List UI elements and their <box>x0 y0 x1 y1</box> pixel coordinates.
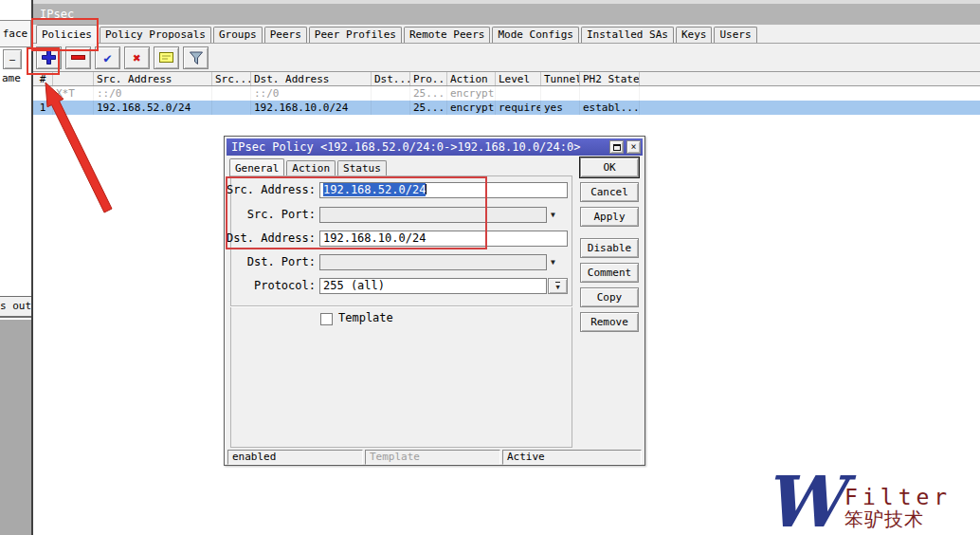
cell-protocol: 25... <box>410 101 447 115</box>
column-header-dst-port[interactable]: Dst... <box>372 72 410 85</box>
protocol-combo-button[interactable]: ▼ <box>548 278 568 294</box>
cell-src-port <box>212 86 251 101</box>
status-enabled: enabled <box>227 450 363 465</box>
comment-policy-button[interactable]: Comment <box>580 263 639 283</box>
enable-button[interactable]: ✔ <box>95 46 120 69</box>
add-button[interactable] <box>36 46 62 69</box>
cancel-button[interactable]: Cancel <box>580 182 639 202</box>
cell-flags: A <box>53 101 94 115</box>
src-address-label: Src. Address: <box>227 182 316 198</box>
cell-level: require <box>496 101 541 115</box>
protocol-label: Protocol: <box>227 278 316 294</box>
dst-address-label: Dst. Address: <box>227 231 316 247</box>
close-button[interactable]: × <box>626 140 641 154</box>
background-column-header: ame <box>0 71 31 85</box>
dialog-tab-status[interactable]: Status <box>337 160 387 176</box>
src-port-dropdown-icon[interactable]: ▼ <box>551 211 555 220</box>
add-icon <box>41 49 57 65</box>
protocol-input[interactable]: 255 (all) <box>319 278 547 294</box>
comment-icon <box>158 50 175 65</box>
src-port-input[interactable] <box>319 207 547 223</box>
column-header-filler <box>640 72 980 85</box>
selected-text: 192.168.52.0/24 <box>323 183 426 196</box>
cell-number: 1 <box>33 101 53 115</box>
text-caret <box>426 184 426 194</box>
dst-port-label: Dst. Port: <box>227 254 316 270</box>
dst-port-input[interactable] <box>319 254 547 270</box>
tab-users[interactable]: Users <box>714 27 756 43</box>
apply-button[interactable]: Apply <box>580 207 639 227</box>
tab-keys[interactable]: Keys <box>676 27 713 43</box>
column-header-level[interactable]: Level <box>496 72 541 85</box>
background-minimize-button[interactable]: — <box>3 49 22 69</box>
maximize-icon <box>613 144 621 151</box>
cell-dst-port <box>372 86 410 101</box>
cell-dst-address: ::/0 <box>251 86 372 101</box>
policy-row-selected[interactable]: 1 A 192.168.52.0/24 192.168.10.0/24 25..… <box>33 101 980 115</box>
minimize-icon: — <box>9 54 15 65</box>
remove-button[interactable]: Remove <box>580 312 639 332</box>
filter-button[interactable] <box>183 46 209 69</box>
cell-tunnel: yes <box>541 101 580 115</box>
dst-address-input[interactable]: 192.168.10.0/24 <box>319 231 568 247</box>
column-header-tunnel[interactable]: Tunnel <box>541 72 580 85</box>
dialog-tab-bar: General Action Status <box>229 157 389 176</box>
src-port-label: Src. Port: <box>227 207 316 223</box>
watermark-caption: 笨驴技术 <box>844 508 952 529</box>
tab-groups[interactable]: Groups <box>213 27 263 43</box>
window-titlebar[interactable]: IPsec <box>33 4 980 25</box>
background-window: face — ame s out <box>0 0 31 535</box>
tab-bar: Policies Policy Proposals Groups Peers P… <box>33 25 980 44</box>
cell-ph2-state: establ... <box>580 101 640 115</box>
dialog-title: IPsec Policy <192.168.52.0/24:0->192.168… <box>231 140 607 154</box>
cell-number <box>33 86 53 101</box>
tab-remote-peers[interactable]: Remote Peers <box>404 27 490 43</box>
cell-filler <box>640 86 980 101</box>
tab-mode-configs[interactable]: Mode Configs <box>492 27 578 43</box>
dst-port-dropdown-icon[interactable]: ▼ <box>551 258 555 268</box>
ipsec-policy-dialog: IPsec Policy <192.168.52.0/24:0->192.168… <box>224 136 645 466</box>
dialog-tab-action[interactable]: Action <box>286 160 336 176</box>
template-checkbox-label: Template <box>338 311 393 324</box>
cell-level <box>496 86 541 101</box>
column-header-number[interactable]: # <box>33 72 53 85</box>
tab-peers[interactable]: Peers <box>264 27 307 43</box>
column-header-flags[interactable] <box>53 72 94 85</box>
status-active: Active <box>502 450 642 465</box>
column-header-action[interactable]: Action <box>447 72 496 85</box>
column-header-src-address[interactable]: Src. Address <box>94 72 212 85</box>
cell-src-port <box>212 101 251 115</box>
cell-flags: X*T <box>53 86 94 101</box>
cell-action: encrypt <box>447 101 496 115</box>
column-header-dst-address[interactable]: Dst. Address <box>251 72 372 85</box>
remove-button[interactable] <box>65 46 91 69</box>
template-checkbox[interactable] <box>320 313 333 325</box>
column-header-ph2-state[interactable]: PH2 State <box>580 72 640 85</box>
policy-row-default[interactable]: X*T ::/0 ::/0 25... encrypt <box>33 86 980 101</box>
disable-policy-button[interactable]: Disable <box>580 238 639 258</box>
section-divider <box>230 305 572 307</box>
status-template: Template <box>365 450 500 465</box>
ok-button[interactable]: OK <box>580 157 639 177</box>
tab-installed-sas[interactable]: Installed SAs <box>581 27 674 43</box>
src-address-input[interactable]: 192.168.52.0/24 <box>319 182 568 198</box>
column-header-protocol[interactable]: Pro... <box>410 72 447 85</box>
cell-filler <box>640 101 980 115</box>
dialog-tab-general[interactable]: General <box>229 158 284 177</box>
disable-icon: ✖ <box>133 51 140 65</box>
comment-button[interactable] <box>154 46 179 69</box>
tab-peer-profiles[interactable]: Peer Profiles <box>309 27 402 43</box>
column-header-src-port[interactable]: Src... <box>212 72 251 85</box>
disable-button[interactable]: ✖ <box>124 46 150 69</box>
dialog-titlebar[interactable]: IPsec Policy <192.168.52.0/24:0->192.168… <box>227 138 643 156</box>
copy-button[interactable]: Copy <box>580 287 639 307</box>
watermark-brand: Filter <box>844 486 952 508</box>
toolbar: ✔ ✖ <box>33 44 980 71</box>
cell-tunnel <box>541 86 580 101</box>
screen: face — ame s out IPsec Policies Policy P… <box>0 0 980 535</box>
tab-policy-proposals[interactable]: Policy Proposals <box>100 27 211 43</box>
background-tab-interface[interactable]: face <box>0 20 31 47</box>
background-panel <box>0 320 31 535</box>
maximize-button[interactable] <box>609 140 624 154</box>
tab-policies[interactable]: Policies <box>36 25 98 44</box>
